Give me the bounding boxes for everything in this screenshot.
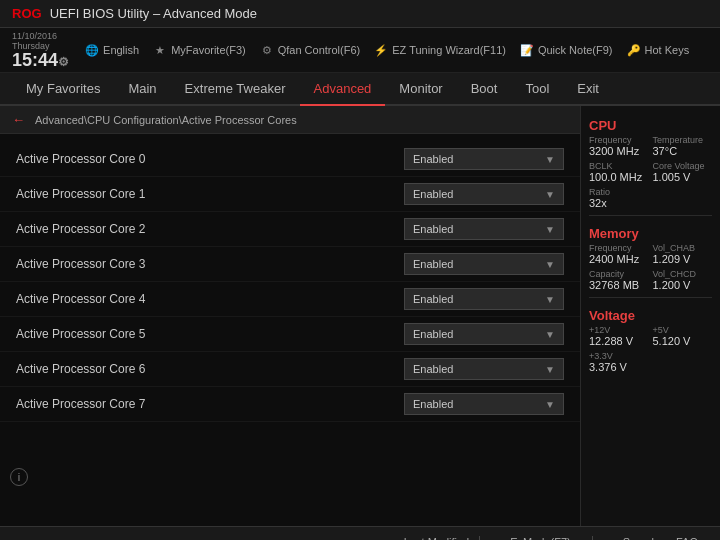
dropdown-arrow-icon-0: ▼ — [545, 154, 555, 165]
nav-extreme-tweaker[interactable]: Extreme Tweaker — [171, 73, 300, 106]
v12-value: 12.288 V — [589, 335, 649, 347]
note-icon: 📝 — [520, 43, 534, 57]
info-bar: 11/10/2016Thursday 15:44⚙ 🌐 English ★ My… — [0, 28, 720, 73]
datetime: 11/10/2016Thursday 15:44⚙ — [12, 31, 69, 69]
qfan-label: Qfan Control(F6) — [278, 44, 361, 56]
breadcrumb-path: Advanced\CPU Configuration\Active Proces… — [35, 114, 297, 126]
qfan-control-btn[interactable]: ⚙ Qfan Control(F6) — [260, 43, 361, 57]
mem-capacity-volchcd-grid: Capacity 32768 MB Vol_CHCD 1.200 V — [589, 269, 712, 291]
title-bar: ROG UEFI BIOS Utility – Advanced Mode — [0, 0, 720, 28]
last-modified-btn[interactable]: Last Modified — [394, 536, 480, 541]
voltage-section-title: Voltage — [589, 304, 712, 325]
nav-monitor[interactable]: Monitor — [385, 73, 456, 106]
dropdown-arrow-icon-6: ▼ — [545, 364, 555, 375]
setting-label-5: Active Processor Core 5 — [16, 327, 404, 341]
mem-frequency-value: 2400 MHz — [589, 253, 649, 265]
dropdown-arrow-icon-4: ▼ — [545, 294, 555, 305]
setting-row-1: Active Processor Core 1Enabled▼ — [0, 177, 580, 212]
cpu-temperature-label: Temperature — [653, 135, 713, 145]
lightning-icon: ⚡ — [374, 43, 388, 57]
setting-dropdown-5[interactable]: Enabled▼ — [404, 323, 564, 345]
setting-value-2: Enabled — [413, 223, 453, 235]
setting-label-3: Active Processor Core 3 — [16, 257, 404, 271]
cpu-ratio-group: Ratio 32x — [589, 187, 712, 209]
setting-dropdown-2[interactable]: Enabled▼ — [404, 218, 564, 240]
back-arrow-icon[interactable]: ← — [12, 112, 25, 127]
my-favorite-btn[interactable]: ★ MyFavorite(F3) — [153, 43, 246, 57]
language-label: English — [103, 44, 139, 56]
setting-label-2: Active Processor Core 2 — [16, 222, 404, 236]
content-area: ← Advanced\CPU Configuration\Active Proc… — [0, 106, 580, 526]
hot-keys-label: Hot Keys — [645, 44, 690, 56]
ratio-value: 32x — [589, 197, 712, 209]
setting-value-0: Enabled — [413, 153, 453, 165]
settings-icon[interactable]: ⚙ — [58, 55, 69, 69]
divider-1 — [589, 215, 712, 216]
ez-tuning-btn[interactable]: ⚡ EZ Tuning Wizard(F11) — [374, 43, 506, 57]
setting-value-5: Enabled — [413, 328, 453, 340]
capacity-label: Capacity — [589, 269, 649, 279]
dropdown-arrow-icon-2: ▼ — [545, 224, 555, 235]
dropdown-arrow-icon-1: ▼ — [545, 189, 555, 200]
v33-label: +3.3V — [589, 351, 712, 361]
my-favorite-label: MyFavorite(F3) — [171, 44, 246, 56]
nav-boot[interactable]: Boot — [457, 73, 512, 106]
quick-note-label: Quick Note(F9) — [538, 44, 613, 56]
ez-mode-btn[interactable]: EzMode(F7)→ — [500, 536, 593, 541]
cpu-temperature-value: 37°C — [653, 145, 713, 157]
nav-main[interactable]: Main — [114, 73, 170, 106]
ratio-label: Ratio — [589, 187, 712, 197]
setting-value-1: Enabled — [413, 188, 453, 200]
hardware-monitor-panel: CPU Frequency 3200 MHz Temperature 37°C … — [580, 106, 720, 526]
setting-dropdown-7[interactable]: Enabled▼ — [404, 393, 564, 415]
setting-row-0: Active Processor Core 0Enabled▼ — [0, 142, 580, 177]
setting-row-3: Active Processor Core 3Enabled▼ — [0, 247, 580, 282]
capacity-value: 32768 MB — [589, 279, 649, 291]
rog-logo: ROG — [12, 6, 42, 21]
setting-row-5: Active Processor Core 5Enabled▼ — [0, 317, 580, 352]
setting-dropdown-4[interactable]: Enabled▼ — [404, 288, 564, 310]
core-voltage-label: Core Voltage — [653, 161, 713, 171]
vol-chcd-label: Vol_CHCD — [653, 269, 713, 279]
setting-value-4: Enabled — [413, 293, 453, 305]
nav-tool[interactable]: Tool — [511, 73, 563, 106]
mem-frequency-label: Frequency — [589, 243, 649, 253]
setting-row-7: Active Processor Core 7Enabled▼ — [0, 387, 580, 422]
dropdown-arrow-icon-5: ▼ — [545, 329, 555, 340]
ez-tuning-label: EZ Tuning Wizard(F11) — [392, 44, 506, 56]
language-selector[interactable]: 🌐 English — [85, 43, 139, 57]
footer: Last Modified EzMode(F7)→ Search on FAQ — [0, 526, 720, 540]
cpu-frequency-value: 3200 MHz — [589, 145, 649, 157]
setting-dropdown-1[interactable]: Enabled▼ — [404, 183, 564, 205]
nav-advanced[interactable]: Advanced — [300, 73, 386, 106]
hot-keys-btn[interactable]: 🔑 Hot Keys — [627, 43, 690, 57]
setting-dropdown-6[interactable]: Enabled▼ — [404, 358, 564, 380]
cpu-bclk-voltage-grid: BCLK 100.0 MHz Core Voltage 1.005 V — [589, 161, 712, 183]
nav-exit[interactable]: Exit — [563, 73, 613, 106]
v5-value: 5.120 V — [653, 335, 713, 347]
main-layout: ← Advanced\CPU Configuration\Active Proc… — [0, 106, 720, 526]
setting-dropdown-3[interactable]: Enabled▼ — [404, 253, 564, 275]
v33-value: 3.376 V — [589, 361, 712, 373]
v5-label: +5V — [653, 325, 713, 335]
vol-chcd-value: 1.200 V — [653, 279, 713, 291]
setting-row-6: Active Processor Core 6Enabled▼ — [0, 352, 580, 387]
quick-note-btn[interactable]: 📝 Quick Note(F9) — [520, 43, 613, 57]
info-button[interactable]: i — [10, 468, 28, 486]
setting-dropdown-0[interactable]: Enabled▼ — [404, 148, 564, 170]
app-title: UEFI BIOS Utility – Advanced Mode — [50, 6, 257, 21]
nav-my-favorites[interactable]: My Favorites — [12, 73, 114, 106]
nav-menu: My Favorites Main Extreme Tweaker Advanc… — [0, 73, 720, 106]
volt-12v-5v-grid: +12V 12.288 V +5V 5.120 V — [589, 325, 712, 347]
cpu-freq-temp-grid: Frequency 3200 MHz Temperature 37°C — [589, 135, 712, 157]
v12-label: +12V — [589, 325, 649, 335]
date-text: 11/10/2016Thursday — [12, 31, 69, 51]
search-faq-btn[interactable]: Search on FAQ — [613, 536, 708, 541]
time-text: 15:44⚙ — [12, 51, 69, 69]
key-icon: 🔑 — [627, 43, 641, 57]
globe-icon: 🌐 — [85, 43, 99, 57]
setting-value-3: Enabled — [413, 258, 453, 270]
bclk-label: BCLK — [589, 161, 649, 171]
setting-label-1: Active Processor Core 1 — [16, 187, 404, 201]
setting-label-0: Active Processor Core 0 — [16, 152, 404, 166]
